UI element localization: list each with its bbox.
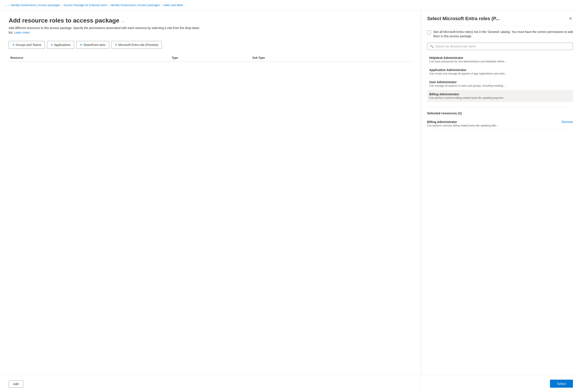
page-title: Add resource roles to access package <box>9 17 119 24</box>
entra-role-button[interactable]: + Microsoft Entra role (Preview) <box>111 41 162 49</box>
left-panel: Add resource roles to access package ...… <box>0 10 421 392</box>
selected-item-billing-admin: Billing Administrator Can perform common… <box>427 118 573 130</box>
breadcrumb-dots[interactable]: ... <box>4 3 7 7</box>
breadcrumb: ... › Identity Governance | Access packa… <box>0 0 579 10</box>
col-actions <box>331 56 412 59</box>
panel-footer: Select <box>421 375 579 392</box>
col-subtype: Sub Type <box>251 56 331 59</box>
see-all-roles-label: See all Microsoft Entra role(s) not in t… <box>433 30 573 38</box>
add-button[interactable]: Add <box>9 380 23 388</box>
role-item-helpdesk[interactable]: Helpdesk Administrator Can reset passwor… <box>427 54 573 65</box>
sharepoint-sites-label: SharePoint sites <box>83 43 106 47</box>
right-panel: Select Microsoft Entra roles (P... ✕ See… <box>421 10 579 392</box>
selected-resources-title: Selected resources (1) <box>427 111 573 115</box>
selected-item-info: Billing Administrator Can perform common… <box>427 120 499 127</box>
page-title-dots[interactable]: ... <box>121 18 125 23</box>
plus-icon-groups: + <box>12 43 14 47</box>
breadcrumb-sep-1: › <box>61 3 62 6</box>
applications-label: Applications <box>54 43 71 47</box>
role-name-billing-admin: Billing Administrator <box>429 92 571 96</box>
search-input[interactable] <box>435 45 570 48</box>
toolbar: + Groups and Teams + Applications + Shar… <box>9 41 412 49</box>
table-header: Resource Type Sub Type <box>9 54 412 62</box>
col-resource: Resource <box>9 56 170 59</box>
breadcrumb-sep-2: › <box>108 3 109 6</box>
breadcrumb-link-2[interactable]: Identity Governance | Access packages <box>111 3 160 7</box>
search-icon: 🔍 <box>430 45 434 48</box>
role-item-app-admin[interactable]: Application Administrator Can create and… <box>427 65 573 78</box>
col-type: Type <box>170 56 250 59</box>
sharepoint-sites-button[interactable]: + SharePoint sites <box>76 41 109 49</box>
breadcrumb-link-1[interactable]: Access Package for External users <box>64 3 107 7</box>
see-all-roles-checkbox[interactable] <box>427 30 431 34</box>
role-item-billing-admin[interactable]: Billing Administrator Can perform common… <box>427 90 573 102</box>
panel-body: See all Microsoft Entra role(s) not in t… <box>421 26 579 375</box>
search-box: 🔍 <box>427 43 573 50</box>
close-button[interactable]: ✕ <box>568 15 573 22</box>
bottom-bar: Add <box>0 376 421 392</box>
role-desc-user-admin: Can manage all aspects of users and grou… <box>429 84 571 87</box>
groups-teams-button[interactable]: + Groups and Teams <box>9 41 45 49</box>
role-name-helpdesk: Helpdesk Administrator <box>429 56 571 60</box>
breadcrumb-link-3[interactable]: Sales and Mark... <box>163 3 185 7</box>
plus-icon-entra: + <box>115 43 117 47</box>
page-description: Add different resources to this access p… <box>9 26 204 35</box>
selected-item-desc: Can perform common billing related tasks… <box>427 124 499 127</box>
selected-item-name: Billing Administrator <box>427 120 499 124</box>
role-desc-billing-admin: Can perform common billing related tasks… <box>429 96 571 99</box>
plus-icon-sharepoint: + <box>80 43 82 47</box>
selected-resources-section: Selected resources (1) Billing Administr… <box>427 107 573 130</box>
panel-title: Select Microsoft Entra roles (P... <box>427 16 500 21</box>
breadcrumb-link-0[interactable]: Identity Governance | Access packages <box>11 3 60 7</box>
panel-header: Select Microsoft Entra roles (P... ✕ <box>421 10 579 26</box>
groups-teams-label: Groups and Teams <box>16 43 41 47</box>
select-button[interactable]: Select <box>550 380 573 388</box>
role-name-user-admin: User Administrator <box>429 80 571 84</box>
role-list: Helpdesk Administrator Can reset passwor… <box>427 54 573 102</box>
breadcrumb-sep-0: › <box>8 3 9 6</box>
applications-button[interactable]: + Applications <box>47 41 74 49</box>
page-title-row: Add resource roles to access package ... <box>9 17 412 24</box>
remove-link[interactable]: Remove <box>562 120 573 124</box>
role-desc-helpdesk: Can reset passwords for non-administrato… <box>429 60 571 63</box>
plus-icon-apps: + <box>51 43 53 47</box>
see-all-roles-row: See all Microsoft Entra role(s) not in t… <box>427 30 573 38</box>
learn-more-link[interactable]: Learn more <box>14 31 30 34</box>
role-item-user-admin[interactable]: User Administrator Can manage all aspect… <box>427 78 573 90</box>
entra-role-label: Microsoft Entra role (Preview) <box>118 43 158 47</box>
main-layout: Add resource roles to access package ...… <box>0 10 579 392</box>
role-name-app-admin: Application Administrator <box>429 68 571 72</box>
role-desc-app-admin: Can create and manage all aspects of app… <box>429 72 571 75</box>
breadcrumb-sep-3: › <box>161 3 162 6</box>
